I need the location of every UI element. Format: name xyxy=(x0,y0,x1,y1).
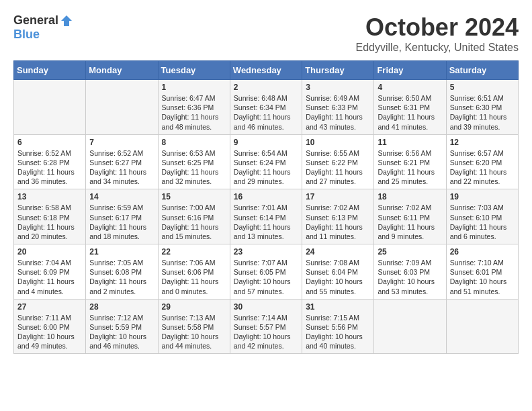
day-info: Sunrise: 7:02 AM xyxy=(306,203,370,212)
day-info: Sunrise: 7:07 AM xyxy=(234,258,298,267)
day-info: Daylight: 11 hours and 0 minutes. xyxy=(162,277,226,295)
day-info: Daylight: 10 hours and 57 minutes. xyxy=(234,277,298,295)
day-info: Daylight: 11 hours and 25 minutes. xyxy=(378,167,442,186)
day-info: Sunrise: 7:14 AM xyxy=(234,313,298,322)
day-number: 3 xyxy=(306,83,370,92)
day-info: Sunrise: 7:13 AM xyxy=(162,313,226,322)
calendar-week-row: 27Sunrise: 7:11 AMSunset: 6:00 PMDayligh… xyxy=(14,299,519,354)
day-info: Sunset: 5:56 PM xyxy=(306,322,370,332)
day-info: Sunset: 6:33 PM xyxy=(306,103,370,112)
day-info: Daylight: 10 hours and 40 minutes. xyxy=(306,332,370,351)
day-info: Daylight: 10 hours and 55 minutes. xyxy=(306,277,370,295)
day-number: 22 xyxy=(162,247,226,257)
day-info: Sunrise: 6:52 AM xyxy=(89,148,154,158)
day-info: Sunset: 6:30 PM xyxy=(450,103,515,112)
calendar-day-cell: 26Sunrise: 7:10 AMSunset: 6:01 PMDayligh… xyxy=(446,244,518,300)
calendar-week-row: 1Sunrise: 6:47 AMSunset: 6:36 PMDaylight… xyxy=(14,80,519,135)
calendar-day-cell: 28Sunrise: 7:12 AMSunset: 5:59 PMDayligh… xyxy=(86,299,158,354)
day-number: 27 xyxy=(17,302,82,312)
day-info: Sunset: 5:58 PM xyxy=(162,322,226,332)
logo-icon xyxy=(60,14,73,28)
calendar-day-cell: 4Sunrise: 6:50 AMSunset: 6:31 PMDaylight… xyxy=(374,80,446,135)
calendar-day-cell: 12Sunrise: 6:57 AMSunset: 6:20 PMDayligh… xyxy=(446,134,518,189)
weekday-header: Thursday xyxy=(302,61,374,80)
day-info: Sunset: 6:20 PM xyxy=(450,158,515,167)
day-number: 30 xyxy=(234,302,298,312)
calendar-day-cell: 21Sunrise: 7:05 AMSunset: 6:08 PMDayligh… xyxy=(86,244,158,300)
calendar-week-row: 20Sunrise: 7:04 AMSunset: 6:09 PMDayligh… xyxy=(14,244,519,300)
day-info: Daylight: 11 hours and 46 minutes. xyxy=(234,112,298,131)
day-info: Sunrise: 6:49 AM xyxy=(306,93,370,103)
day-info: Sunrise: 7:10 AM xyxy=(450,258,515,267)
day-number: 6 xyxy=(17,138,82,147)
day-info: Sunset: 6:09 PM xyxy=(17,267,82,277)
day-info: Daylight: 11 hours and 2 minutes. xyxy=(89,277,154,295)
calendar-day-cell: 5Sunrise: 6:51 AMSunset: 6:30 PMDaylight… xyxy=(446,80,518,135)
svg-marker-0 xyxy=(61,15,72,26)
day-number: 16 xyxy=(234,192,298,201)
day-info: Sunrise: 6:53 AM xyxy=(162,148,226,158)
calendar-day-cell: 20Sunrise: 7:04 AMSunset: 6:09 PMDayligh… xyxy=(14,244,86,300)
day-info: Sunrise: 7:03 AM xyxy=(450,203,515,212)
day-info: Sunset: 6:22 PM xyxy=(306,158,370,167)
day-info: Sunset: 6:05 PM xyxy=(234,267,298,277)
day-info: Daylight: 10 hours and 51 minutes. xyxy=(450,277,515,295)
day-info: Daylight: 11 hours and 11 minutes. xyxy=(306,222,370,241)
calendar-day-cell: 7Sunrise: 6:52 AMSunset: 6:27 PMDaylight… xyxy=(86,134,158,189)
day-info: Sunset: 6:13 PM xyxy=(306,213,370,222)
day-info: Sunset: 6:36 PM xyxy=(162,103,226,112)
day-number: 7 xyxy=(89,138,154,147)
day-info: Sunset: 6:00 PM xyxy=(17,322,82,332)
calendar-day-cell: 25Sunrise: 7:09 AMSunset: 6:03 PMDayligh… xyxy=(374,244,446,300)
day-info: Sunrise: 6:56 AM xyxy=(378,148,442,158)
calendar-day-cell: 9Sunrise: 6:54 AMSunset: 6:24 PMDaylight… xyxy=(230,134,302,189)
day-info: Daylight: 11 hours and 6 minutes. xyxy=(450,222,515,241)
day-number: 11 xyxy=(378,138,442,147)
day-number: 18 xyxy=(378,192,442,201)
day-info: Sunset: 6:06 PM xyxy=(162,267,226,277)
day-info: Sunset: 6:17 PM xyxy=(89,213,154,222)
calendar-day-cell: 30Sunrise: 7:14 AMSunset: 5:57 PMDayligh… xyxy=(230,299,302,354)
day-info: Sunset: 6:18 PM xyxy=(17,213,82,222)
day-info: Sunset: 6:31 PM xyxy=(378,103,442,112)
day-number: 21 xyxy=(89,247,154,257)
day-info: Sunrise: 7:04 AM xyxy=(17,258,82,267)
day-info: Daylight: 11 hours and 48 minutes. xyxy=(162,112,226,131)
calendar-day-cell: 11Sunrise: 6:56 AMSunset: 6:21 PMDayligh… xyxy=(374,134,446,189)
day-info: Daylight: 11 hours and 36 minutes. xyxy=(17,167,82,186)
calendar-day-cell: 6Sunrise: 6:52 AMSunset: 6:28 PMDaylight… xyxy=(14,134,86,189)
day-number: 15 xyxy=(162,192,226,201)
day-info: Sunset: 6:34 PM xyxy=(234,103,298,112)
calendar-table: SundayMondayTuesdayWednesdayThursdayFrid… xyxy=(13,60,519,354)
calendar-day-cell: 17Sunrise: 7:02 AMSunset: 6:13 PMDayligh… xyxy=(302,189,374,244)
calendar-day-cell: 27Sunrise: 7:11 AMSunset: 6:00 PMDayligh… xyxy=(14,299,86,354)
weekday-header: Wednesday xyxy=(230,61,302,80)
day-number: 13 xyxy=(17,192,82,201)
calendar-day-cell: 10Sunrise: 6:55 AMSunset: 6:22 PMDayligh… xyxy=(302,134,374,189)
calendar-day-cell: 24Sunrise: 7:08 AMSunset: 6:04 PMDayligh… xyxy=(302,244,374,300)
day-number: 19 xyxy=(450,192,515,201)
day-info: Daylight: 11 hours and 27 minutes. xyxy=(306,167,370,186)
day-info: Sunset: 6:04 PM xyxy=(306,267,370,277)
day-info: Sunset: 6:11 PM xyxy=(378,213,442,222)
calendar-day-cell xyxy=(374,299,446,354)
day-info: Daylight: 11 hours and 9 minutes. xyxy=(378,222,442,241)
day-info: Daylight: 11 hours and 39 minutes. xyxy=(450,112,515,131)
day-info: Sunset: 6:03 PM xyxy=(378,267,442,277)
calendar-day-cell xyxy=(14,80,86,135)
logo-general-text: General xyxy=(13,13,58,28)
day-number: 24 xyxy=(306,247,370,257)
day-number: 4 xyxy=(378,83,442,92)
day-number: 29 xyxy=(162,302,226,312)
day-info: Sunrise: 7:08 AM xyxy=(306,258,370,267)
day-info: Sunrise: 6:57 AM xyxy=(450,148,515,158)
day-number: 12 xyxy=(450,138,515,147)
day-info: Daylight: 11 hours and 43 minutes. xyxy=(306,112,370,131)
day-info: Sunrise: 6:52 AM xyxy=(17,148,82,158)
day-number: 20 xyxy=(17,247,82,257)
calendar-day-cell: 3Sunrise: 6:49 AMSunset: 6:33 PMDaylight… xyxy=(302,80,374,135)
weekday-row: SundayMondayTuesdayWednesdayThursdayFrid… xyxy=(14,61,519,80)
day-info: Daylight: 11 hours and 4 minutes. xyxy=(17,277,82,295)
title-area: October 2024 Eddyville, Kentucky, United… xyxy=(356,13,519,54)
day-info: Daylight: 11 hours and 18 minutes. xyxy=(89,222,154,241)
